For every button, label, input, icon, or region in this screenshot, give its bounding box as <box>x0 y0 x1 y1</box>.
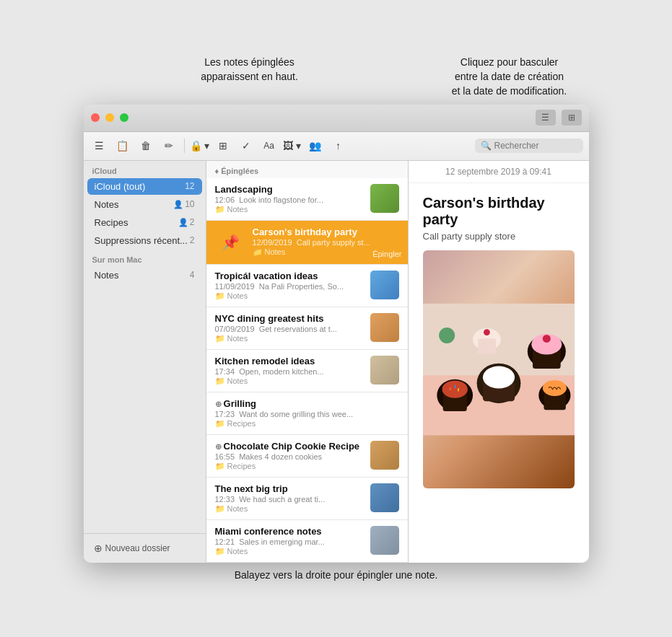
new-folder-label: Nouveau dossier <box>105 543 170 553</box>
checklist-button[interactable]: ✓ <box>236 136 256 156</box>
plus-icon: ⊕ <box>94 542 102 554</box>
folder-icon: 📁 <box>215 504 225 514</box>
note-meta: 11/09/2019 Na Pali Properties, So... <box>215 282 365 291</box>
annotation-date-toggle: Cliquez pour basculer entre la date de c… <box>452 55 567 99</box>
pin-icon: 📌 <box>222 234 240 251</box>
sidebar-item-icloud-all[interactable]: iCloud (tout) 12 <box>87 178 202 195</box>
folder-icon: 📁 <box>215 205 225 214</box>
pin-icon-box: 📌 <box>215 227 247 258</box>
maximize-button[interactable] <box>120 113 128 122</box>
trash-button[interactable]: 🗑 <box>136 136 156 156</box>
detail-subtitle: Call party supply store <box>423 231 575 242</box>
recipes-shared-icon: 👤 <box>178 218 188 227</box>
note-thumbnail <box>370 483 399 512</box>
note-title: ⊕ Chocolate Chip Cookie Recipe <box>215 441 365 452</box>
note-meta: 12:06 Look into flagstone for... <box>215 196 365 204</box>
note-meta: 12:21 Sales in emerging mar... <box>215 537 365 546</box>
note-item-tropical[interactable]: Tropicál vacation ideas 11/09/2019 Na Pa… <box>206 265 408 307</box>
note-item-birthday[interactable]: 📌 Carson's birthday party 12/09/2019 Cal… <box>206 221 408 265</box>
sidebar-item-count: 10 <box>185 199 194 209</box>
icloud-section-header: iCloud <box>84 161 206 177</box>
note-item-trip[interactable]: The next big trip 12:33 We had such a gr… <box>206 478 408 520</box>
image-button[interactable]: 🖼 ▾ <box>282 136 302 156</box>
grid-view-icon[interactable]: ⊞ <box>562 110 582 126</box>
note-folder: 📁 Notes <box>215 205 365 214</box>
table-button[interactable]: ⊞ <box>213 136 233 156</box>
svg-point-14 <box>542 335 550 343</box>
annotation-bottom: Balayez vers la droite pour épingler une… <box>84 568 589 583</box>
lock-button[interactable]: 🔒 ▾ <box>190 136 210 156</box>
shared-icon: ⊕ <box>215 400 224 408</box>
main-area: iCloud iCloud (tout) 12 Notes 👤 10 Recip… <box>84 161 589 563</box>
note-item-grilling[interactable]: ⊕ Grilling 17:23 Want do some grilling t… <box>206 392 408 435</box>
note-item-miami[interactable]: Miami conference notes 12:21 Sales in em… <box>206 520 408 563</box>
svg-point-7 <box>442 380 467 397</box>
search-icon: 🔍 <box>481 141 492 151</box>
note-thumbnail <box>370 313 399 342</box>
svg-point-17 <box>542 380 566 396</box>
search-box[interactable]: 🔍 <box>475 139 583 153</box>
sidebar-item-count: 2 <box>190 235 195 245</box>
collaborate-button[interactable]: 👥 <box>305 136 326 156</box>
annotation-pinned: Les notes épinglées apparaissent en haut… <box>192 55 307 99</box>
format-button[interactable]: Aa <box>259 136 279 156</box>
notes-list: ♦ Épinglées Landscaping 12:06 Look into … <box>206 161 409 563</box>
note-content: Miami conference notes 12:21 Sales in em… <box>215 526 365 556</box>
new-folder-button[interactable]: ⊕ Nouveau dossier <box>90 540 200 557</box>
note-thumbnail <box>370 271 399 299</box>
note-meta: 17:34 Open, modern kitchen... <box>215 367 365 376</box>
note-title: NYC dining greatest hits <box>215 313 365 324</box>
note-thumbnail <box>370 526 399 555</box>
note-title: ⊕ Grilling <box>215 398 399 409</box>
note-folder: 📁 Notes <box>215 547 365 556</box>
note-item-cookie[interactable]: ⊕ Chocolate Chip Cookie Recipe 16:55 Mak… <box>206 435 408 478</box>
note-item-landscaping[interactable]: Landscaping 12:06 Look into flagstone fo… <box>206 178 408 221</box>
detail-image <box>423 250 575 488</box>
note-content: ⊕ Chocolate Chip Cookie Recipe 16:55 Mak… <box>215 441 365 471</box>
folder-icon: 📁 <box>215 291 225 301</box>
folder-icon: 📁 <box>215 419 225 429</box>
top-annotations: Les notes épinglées apparaissent en haut… <box>84 55 589 99</box>
sidebar-item-recent-deletions[interactable]: Suppressions récent... 2 <box>87 232 202 249</box>
sidebar-toggle-button[interactable]: ☰ <box>90 136 110 156</box>
titlebar: ☰ ⊞ <box>84 105 589 132</box>
pinned-header: ♦ Épinglées <box>206 161 408 178</box>
sidebar-item-mac-notes[interactable]: Notes 4 <box>87 267 202 284</box>
detail-content[interactable]: Carson's birthday party Call party suppl… <box>409 183 589 563</box>
search-input[interactable] <box>494 141 577 151</box>
folder-icon: 📁 <box>215 547 225 556</box>
sidebar-item-recipes[interactable]: Recipes 👤 2 <box>87 214 202 231</box>
folder-icon: 📁 <box>215 462 225 471</box>
note-list-button[interactable]: 📋 <box>113 136 133 156</box>
sidebar-item-label: Suppressions récent... <box>95 235 190 246</box>
sidebar-item-count: 4 <box>190 270 195 280</box>
note-meta: 12/09/2019 Call party supply st... <box>253 238 399 247</box>
compose-button[interactable]: ✏ <box>159 136 179 156</box>
list-view-icon[interactable]: ☰ <box>536 110 556 126</box>
close-button[interactable] <box>91 113 100 122</box>
note-item-kitchen[interactable]: Kitchen remodel ideas 17:34 Open, modern… <box>206 350 408 392</box>
note-meta: 12:33 We had such a great ti... <box>215 495 365 504</box>
note-content: The next big trip 12:33 We had such a gr… <box>215 483 365 514</box>
svg-rect-20 <box>478 338 496 353</box>
note-thumbnail <box>370 441 399 470</box>
note-meta: 17:23 Want do some grilling this wee... <box>215 410 399 418</box>
annotation-wrapper: Les notes épinglées apparaissent en haut… <box>84 55 589 582</box>
toolbar: ☰ 📋 🗑 ✏ 🔒 ▾ ⊞ ✓ Aa 🖼 ▾ 👥 ↑ 🔍 <box>84 132 589 161</box>
note-title: Miami conference notes <box>215 526 365 537</box>
note-content: Kitchen remodel ideas 17:34 Open, modern… <box>215 356 365 386</box>
sidebar-item-count: 2 <box>190 217 195 227</box>
cupcake-svg <box>423 250 575 488</box>
sidebar: iCloud iCloud (tout) 12 Notes 👤 10 Recip… <box>84 161 206 563</box>
svg-point-18 <box>439 328 455 343</box>
share-button[interactable]: ↑ <box>328 136 349 156</box>
note-thumbnail <box>370 184 399 213</box>
sidebar-item-label: iCloud (tout) <box>95 181 186 192</box>
note-item-nyc[interactable]: NYC dining greatest hits 07/09/2019 Get … <box>206 307 408 350</box>
separator-1 <box>184 139 185 153</box>
minimize-button[interactable] <box>105 113 114 122</box>
note-folder: 📁 Recipes <box>215 419 399 429</box>
sidebar-item-label: Recipes <box>95 217 178 228</box>
sidebar-item-notes[interactable]: Notes 👤 10 <box>87 196 202 213</box>
folder-icon: 📁 <box>215 377 225 386</box>
